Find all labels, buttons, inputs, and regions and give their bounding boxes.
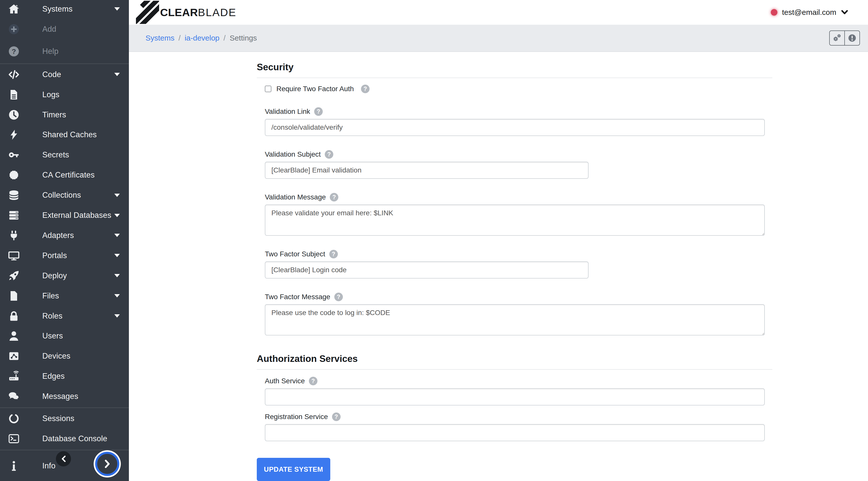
user-email: test@email.com bbox=[782, 8, 836, 17]
sidebar-item-roles[interactable]: Roles bbox=[0, 306, 129, 326]
gears-icon bbox=[832, 33, 842, 43]
sidebar-expand-button[interactable] bbox=[94, 450, 121, 478]
sidebar-divider bbox=[0, 63, 129, 64]
validation-message-group: Validation Message? bbox=[265, 193, 772, 236]
registration-service-input[interactable] bbox=[265, 424, 765, 441]
field-label: Auth Service? bbox=[265, 377, 772, 385]
sidebar-item-collections[interactable]: Collections bbox=[0, 185, 129, 205]
sidebar-item-shared-caches[interactable]: Shared Caches bbox=[0, 125, 129, 145]
sidebar-item-label: External Databases bbox=[42, 211, 111, 220]
field-label: Two Factor Subject? bbox=[265, 250, 772, 259]
help-icon[interactable]: ? bbox=[309, 377, 317, 385]
breadcrumb-system-name[interactable]: ia-develop bbox=[185, 34, 219, 42]
top-header: CLEARBLADE test@email.com bbox=[129, 0, 868, 25]
clock-icon bbox=[7, 109, 21, 121]
logo-wordmark: CLEARBLADE bbox=[160, 6, 237, 19]
sidebar-item-label: Edges bbox=[42, 372, 65, 381]
breadcrumb-separator: / bbox=[179, 34, 181, 42]
rocket-icon bbox=[7, 270, 21, 282]
plus-circle-icon bbox=[7, 23, 21, 35]
key-icon bbox=[7, 149, 21, 161]
help-icon[interactable]: ? bbox=[330, 193, 338, 202]
sidebar-item-help[interactable]: ? Help bbox=[0, 40, 129, 62]
sidebar-item-label: Files bbox=[42, 291, 59, 300]
sidebar-item-logs[interactable]: Logs bbox=[0, 85, 129, 105]
two-factor-subject-group: Two Factor Subject? bbox=[265, 250, 772, 278]
two-factor-message-textarea[interactable] bbox=[265, 304, 765, 335]
user-menu[interactable]: test@email.com bbox=[771, 8, 848, 17]
seal-icon bbox=[7, 169, 21, 181]
update-system-button[interactable]: UPDATE SYSTEM bbox=[257, 458, 330, 481]
sidebar-item-files[interactable]: Files bbox=[0, 286, 129, 306]
file-icon bbox=[7, 290, 21, 302]
validation-subject-input[interactable] bbox=[265, 162, 589, 179]
sidebar-item-edges[interactable]: Edges bbox=[0, 366, 129, 386]
chevron-down-icon bbox=[114, 294, 120, 297]
chevron-left-icon bbox=[61, 455, 66, 462]
sidebar-divider bbox=[0, 408, 129, 408]
breadcrumb-systems[interactable]: Systems bbox=[146, 34, 175, 42]
sidebar-item-users[interactable]: Users bbox=[0, 326, 129, 346]
chevron-down-icon bbox=[114, 254, 120, 257]
refresh-icon bbox=[7, 413, 21, 425]
sidebar-item-database-console[interactable]: Database Console bbox=[0, 429, 129, 449]
chevron-down-icon bbox=[114, 7, 120, 10]
help-icon[interactable]: ? bbox=[325, 150, 333, 159]
sidebar-item-secrets[interactable]: Secrets bbox=[0, 145, 129, 165]
sidebar-item-label: Help bbox=[42, 47, 59, 56]
sidebar-item-systems[interactable]: Systems bbox=[0, 0, 129, 18]
sidebar-item-label: Logs bbox=[42, 90, 59, 99]
validation-link-input[interactable] bbox=[265, 119, 765, 136]
two-factor-message-group: Two Factor Message? bbox=[265, 293, 772, 335]
settings-page: Security Require Two Factor Auth ? Valid… bbox=[129, 52, 772, 481]
sidebar-item-adapters[interactable]: Adapters bbox=[0, 226, 129, 245]
help-icon[interactable]: ? bbox=[329, 250, 338, 259]
require-two-factor-checkbox[interactable] bbox=[265, 86, 271, 92]
sidebar-item-ca-certificates[interactable]: CA Certificates bbox=[0, 165, 129, 185]
sidebar-divider bbox=[0, 450, 129, 450]
chevron-down-icon bbox=[114, 314, 120, 318]
sidebar-item-devices[interactable]: Devices bbox=[0, 346, 129, 366]
sidebar-item-label: Messages bbox=[42, 392, 78, 401]
validation-message-textarea[interactable] bbox=[265, 205, 765, 236]
sidebar-item-timers[interactable]: Timers bbox=[0, 105, 129, 125]
two-factor-subject-input[interactable] bbox=[265, 262, 589, 278]
authorization-section-title: Authorization Services bbox=[257, 354, 772, 370]
file-lines-icon bbox=[7, 89, 21, 101]
sidebar-item-external-databases[interactable]: External Databases bbox=[0, 205, 129, 226]
chip-icon bbox=[7, 350, 21, 362]
sidebar-collapse-button[interactable] bbox=[56, 451, 71, 467]
sidebar-item-sessions[interactable]: Sessions bbox=[0, 409, 129, 429]
sidebar-item-messages[interactable]: Messages bbox=[0, 386, 129, 407]
help-icon[interactable]: ? bbox=[334, 293, 343, 301]
sidebar-item-code[interactable]: Code bbox=[0, 64, 129, 85]
toolbar-button-group bbox=[829, 30, 860, 46]
system-info-button[interactable] bbox=[844, 30, 860, 46]
svg-text:?: ? bbox=[11, 48, 16, 55]
clearblade-blade-icon bbox=[136, 1, 159, 24]
sidebar-item-portals[interactable]: Portals bbox=[0, 245, 129, 266]
help-icon[interactable]: ? bbox=[332, 413, 341, 421]
help-icon[interactable]: ? bbox=[314, 107, 323, 116]
require-two-factor-label: Require Two Factor Auth bbox=[276, 85, 354, 93]
router-icon bbox=[7, 370, 21, 382]
server-icon bbox=[7, 209, 21, 221]
sidebar-item-label: Sessions bbox=[42, 414, 74, 423]
help-icon[interactable]: ? bbox=[361, 85, 370, 93]
field-label: Validation Message? bbox=[265, 193, 772, 202]
auth-service-input[interactable] bbox=[265, 388, 765, 405]
system-settings-button[interactable] bbox=[829, 30, 845, 46]
breadcrumb-current: Settings bbox=[229, 34, 257, 42]
comments-icon bbox=[7, 390, 21, 402]
validation-subject-group: Validation Subject? bbox=[265, 150, 772, 179]
sidebar-item-label: Roles bbox=[42, 311, 62, 321]
sidebar-item-label: Devices bbox=[42, 352, 70, 361]
terminal-icon bbox=[7, 433, 21, 445]
breadcrumb-separator: / bbox=[223, 34, 225, 42]
sidebar-item-label: Shared Caches bbox=[42, 130, 97, 139]
sidebar-item-deploy[interactable]: Deploy bbox=[0, 266, 129, 286]
chevron-down-icon bbox=[114, 194, 120, 197]
home-icon bbox=[7, 3, 21, 15]
clearblade-console: Systems Add ? Help Code bbox=[0, 0, 868, 481]
sidebar-item-add[interactable]: Add bbox=[0, 18, 129, 40]
